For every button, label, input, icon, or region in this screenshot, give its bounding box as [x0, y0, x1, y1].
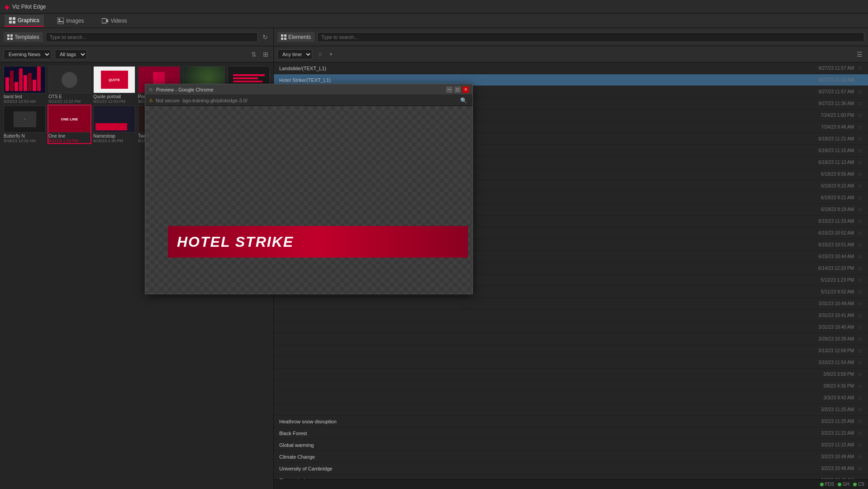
- star-13[interactable]: ☆: [858, 206, 863, 213]
- star-9[interactable]: ☆: [858, 159, 863, 166]
- tab-videos[interactable]: Videos: [97, 15, 131, 26]
- star-hotel-strike[interactable]: ☆: [858, 77, 863, 83]
- element-row-cambridge[interactable]: University of Cambridge 3/2/23 10:48 AM …: [274, 463, 868, 475]
- preview-close-button[interactable]: ✕: [463, 86, 469, 93]
- svg-rect-9: [7, 38, 10, 40]
- grid-view-button[interactable]: ⊞: [262, 49, 270, 59]
- elements-button[interactable]: Elements: [277, 32, 315, 42]
- filter-bar: Evening News All tags ⇅ ⊞: [0, 46, 273, 62]
- star-landslide[interactable]: ☆: [858, 65, 863, 72]
- star-23[interactable]: ☆: [858, 324, 863, 331]
- element-date-heathrow: 3/2/23 11:25 AM: [821, 419, 854, 424]
- star-7[interactable]: ☆: [858, 136, 863, 142]
- star-filter-dropdown[interactable]: ▾: [328, 50, 334, 58]
- butterfly-inner-text: ◈: [24, 117, 26, 121]
- star-17[interactable]: ☆: [858, 254, 863, 260]
- star-global-warming[interactable]: ☆: [858, 442, 863, 448]
- star-kensington[interactable]: ☆: [858, 124, 863, 130]
- preview-maximize-button[interactable]: □: [454, 86, 461, 93]
- star-29[interactable]: ☆: [858, 395, 863, 401]
- preview-window: ⊙ Preview - Google Chrome ─ □ ✕ ⚠ Not se…: [145, 84, 473, 294]
- star-28[interactable]: ☆: [858, 383, 863, 389]
- element-row-empty-22[interactable]: 3/8/23 4:36 PM ☆: [274, 380, 868, 392]
- preview-address-bar: ⚠ Not secure bgo-training-gh/pilotedge-3…: [145, 95, 472, 106]
- tab-images[interactable]: Images: [53, 15, 88, 26]
- element-date-20: 5/11/23 9:52 AM: [821, 289, 854, 294]
- element-row-empty-16[interactable]: 3/31/23 10:41 AM ☆: [274, 310, 868, 321]
- evening-news-select[interactable]: Evening News: [4, 49, 51, 59]
- star-12[interactable]: ☆: [858, 195, 863, 201]
- element-row-global-warming[interactable]: Global warming 3/2/23 11:22 AM ☆: [274, 439, 868, 451]
- thumbnail-quote-portrait[interactable]: QUOTE Quote portrait 9/21/23 12:03 PM: [93, 66, 135, 104]
- thumbnail-ots-e[interactable]: OTS E 9/21/23 12:22 PM: [48, 66, 91, 104]
- element-row-empty-17[interactable]: 3/31/23 10:40 AM ☆: [274, 321, 868, 333]
- element-row-empty-20[interactable]: 3/10/23 11:54 AM ☆: [274, 357, 868, 369]
- svg-rect-6: [102, 19, 106, 23]
- element-date-kensington: 7/24/23 9:46 AM: [821, 125, 854, 129]
- security-warning-text: Not secure: [156, 98, 180, 103]
- preview-minimize-button[interactable]: ─: [446, 86, 453, 93]
- search-in-page-button[interactable]: 🔍: [458, 96, 469, 105]
- element-row-empty-21[interactable]: 3/9/23 3:58 PM ☆: [274, 369, 868, 380]
- all-tags-select[interactable]: All tags: [55, 49, 87, 59]
- star-11[interactable]: ☆: [858, 183, 863, 189]
- star-climate-change[interactable]: ☆: [858, 454, 863, 460]
- element-row-empty-18[interactable]: 3/29/23 10:39 AM ☆: [274, 333, 868, 345]
- templates-button[interactable]: Templates: [4, 32, 43, 42]
- thumbnail-butterfly-n[interactable]: ◈ Butterfly N 9/18/23 10:32 AM: [4, 105, 46, 143]
- element-date-18: 6/14/23 12:20 PM: [818, 266, 854, 271]
- time-filter-select[interactable]: Any time: [277, 49, 312, 59]
- star-landslide-today[interactable]: ☆: [858, 101, 863, 107]
- thumbnail-barst-test[interactable]: barst test 9/25/23 10:53 AM: [4, 66, 46, 104]
- star-8[interactable]: ☆: [858, 148, 863, 154]
- star-filter-button[interactable]: ☆: [316, 49, 324, 59]
- star-cambridge[interactable]: ☆: [858, 465, 863, 472]
- star-heathrow[interactable]: ☆: [858, 418, 863, 425]
- element-row-heathrow[interactable]: Heathrow snow disruption 3/2/23 11:25 AM…: [274, 416, 868, 427]
- star-25[interactable]: ☆: [858, 348, 863, 354]
- element-row-empty-23[interactable]: 3/3/23 9:42 AM ☆: [274, 392, 868, 404]
- star-headline[interactable]: ☆: [858, 89, 863, 95]
- star-18[interactable]: ☆: [858, 265, 863, 272]
- star-22[interactable]: ☆: [858, 312, 863, 319]
- sort-button[interactable]: ⇅: [250, 49, 258, 59]
- star-black-forest[interactable]: ☆: [858, 430, 863, 436]
- star-14[interactable]: ☆: [858, 218, 863, 225]
- star-27[interactable]: ☆: [858, 371, 863, 378]
- element-row-climate-change[interactable]: Climate Change 3/2/23 10:49 AM ☆: [274, 451, 868, 463]
- right-search-input[interactable]: [317, 32, 864, 42]
- element-date-24: 3/29/23 10:39 AM: [819, 336, 854, 341]
- thumbnail-one-line[interactable]: ONE LINE One line 8/31/23 1:53 PM: [48, 105, 91, 143]
- element-row-empty-24[interactable]: 3/2/23 11:25 AM ☆: [274, 404, 868, 416]
- star-26[interactable]: ☆: [858, 360, 863, 366]
- left-search-input[interactable]: [46, 32, 258, 42]
- element-row-landslide[interactable]: Landslide/(TEXT_L1) 9/27/23 11:57 AM ☆: [274, 62, 868, 74]
- tab-graphics[interactable]: Graphics: [5, 15, 44, 27]
- element-row-empty-19[interactable]: 3/13/23 12:58 PM ☆: [274, 345, 868, 357]
- star-16[interactable]: ☆: [858, 242, 863, 248]
- refresh-button[interactable]: ↻: [261, 32, 270, 43]
- thumb-label-ots: OTS E: [48, 94, 91, 99]
- element-row-black-forest[interactable]: Black Forest 3/2/23 11:22 AM ☆: [274, 427, 868, 439]
- cs-status-dot: [853, 483, 857, 486]
- status-bar: PDS GH CS: [274, 479, 868, 489]
- star-hyde-park[interactable]: ☆: [858, 112, 863, 119]
- thumbnail-namestrap[interactable]: Namestrap 6/15/23 1:36 PM: [93, 105, 135, 143]
- element-date-23: 3/31/23 10:40 AM: [819, 325, 854, 330]
- star-19[interactable]: ☆: [858, 277, 863, 283]
- star-24[interactable]: ☆: [858, 336, 863, 342]
- app-title: Viz Pilot Edge: [12, 4, 46, 10]
- star-10[interactable]: ☆: [858, 171, 863, 177]
- element-date-9: 6/19/23 11:13 AM: [819, 160, 854, 165]
- titlebar: ◆ Viz Pilot Edge: [0, 0, 868, 14]
- list-view-button[interactable]: ☰: [855, 49, 864, 60]
- element-row-empty-15[interactable]: 3/31/23 10:49 AM ☆: [274, 298, 868, 310]
- star-30[interactable]: ☆: [858, 407, 863, 413]
- star-21[interactable]: ☆: [858, 301, 863, 307]
- pds-status-dot: [820, 483, 824, 486]
- thumb-date-quote: 9/21/23 12:03 PM: [93, 99, 135, 104]
- element-name-heathrow: Heathrow snow disruption: [279, 419, 821, 424]
- star-15[interactable]: ☆: [858, 230, 863, 236]
- top-nav: Graphics Images Videos: [0, 14, 868, 28]
- star-20[interactable]: ☆: [858, 289, 863, 295]
